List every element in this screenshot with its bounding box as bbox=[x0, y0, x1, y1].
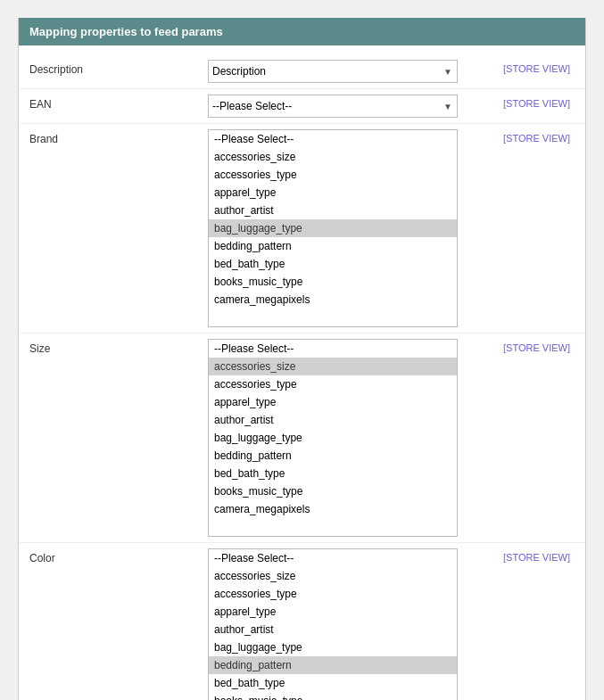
select-wrapper-description: DescriptionEANBrandSizeColor bbox=[208, 60, 458, 83]
listbox-wrapper-brand: --Please Select--accessories_sizeaccesso… bbox=[208, 129, 458, 327]
listbox-color[interactable]: --Please Select--accessories_sizeaccesso… bbox=[209, 549, 457, 700]
store-view-link-size[interactable]: [STORE VIEW] bbox=[503, 339, 575, 353]
control-ean: --Please Select--DescriptionEANBrand bbox=[208, 95, 492, 118]
control-size: --Please Select--accessories_sizeaccesso… bbox=[208, 339, 492, 537]
label-brand: Brand bbox=[29, 129, 208, 145]
store-view-link-ean[interactable]: [STORE VIEW] bbox=[503, 95, 575, 109]
panel-body: DescriptionDescriptionEANBrandSizeColor[… bbox=[19, 45, 585, 700]
row-color: Color--Please Select--accessories_sizeac… bbox=[19, 543, 585, 700]
control-brand: --Please Select--accessories_sizeaccesso… bbox=[208, 129, 492, 327]
row-description: DescriptionDescriptionEANBrandSizeColor[… bbox=[19, 54, 585, 89]
store-view-link-description[interactable]: [STORE VIEW] bbox=[503, 60, 575, 74]
mapping-panel: Mapping properties to feed params Descri… bbox=[18, 18, 586, 700]
label-color: Color bbox=[29, 548, 208, 564]
select-wrapper-ean: --Please Select--DescriptionEANBrand bbox=[208, 95, 458, 118]
control-color: --Please Select--accessories_sizeaccesso… bbox=[208, 548, 492, 700]
select-description[interactable]: DescriptionEANBrandSizeColor bbox=[208, 60, 458, 83]
store-view-link-brand[interactable]: [STORE VIEW] bbox=[503, 129, 575, 144]
listbox-size[interactable]: --Please Select--accessories_sizeaccesso… bbox=[209, 340, 457, 536]
store-view-link-color[interactable]: [STORE VIEW] bbox=[503, 548, 575, 563]
row-ean: EAN--Please Select--DescriptionEANBrand[… bbox=[19, 89, 585, 124]
select-ean[interactable]: --Please Select--DescriptionEANBrand bbox=[208, 95, 458, 118]
row-brand: Brand--Please Select--accessories_sizeac… bbox=[19, 124, 585, 334]
row-size: Size--Please Select--accessories_sizeacc… bbox=[19, 334, 585, 543]
label-description: Description bbox=[29, 60, 208, 76]
listbox-wrapper-size: --Please Select--accessories_sizeaccesso… bbox=[208, 339, 458, 537]
listbox-wrapper-color: --Please Select--accessories_sizeaccesso… bbox=[208, 548, 458, 700]
label-size: Size bbox=[29, 339, 208, 355]
control-description: DescriptionEANBrandSizeColor bbox=[208, 60, 492, 83]
label-ean: EAN bbox=[29, 95, 208, 111]
panel-header: Mapping properties to feed params bbox=[19, 18, 585, 45]
listbox-brand[interactable]: --Please Select--accessories_sizeaccesso… bbox=[209, 130, 457, 326]
panel-title: Mapping properties to feed params bbox=[29, 25, 223, 38]
